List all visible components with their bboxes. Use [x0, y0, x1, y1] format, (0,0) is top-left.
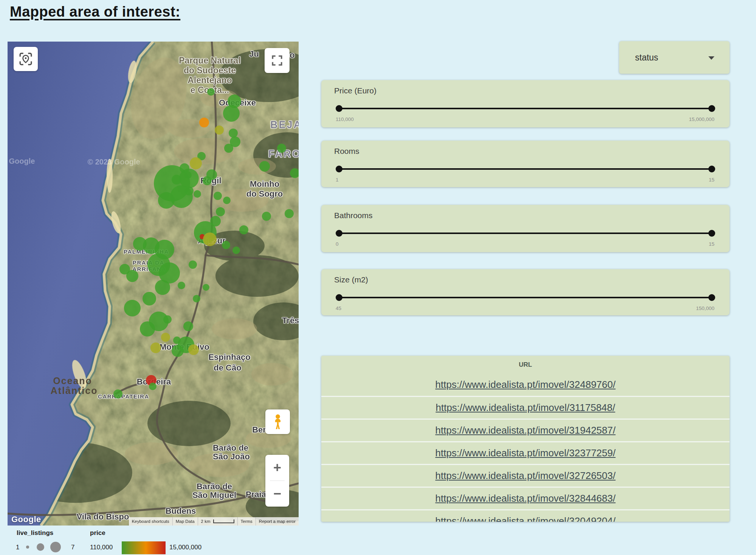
slider-range-labels: 45150,000 [336, 305, 714, 311]
filter-label: Bathrooms [334, 211, 373, 220]
listing-dot[interactable] [215, 126, 224, 135]
listing-dot[interactable] [140, 321, 155, 336]
attribution-item[interactable]: Terms [237, 517, 256, 526]
zoom-in-button[interactable]: + [265, 455, 289, 481]
slider-min-label: 45 [336, 305, 341, 311]
table-row: https://www.idealista.pt/imovel/31942587… [321, 419, 730, 441]
legend-price-min: 110,000 [90, 544, 113, 551]
slider-max-label: 15,000,000 [689, 116, 714, 122]
filter-label: Size (m2) [334, 275, 368, 284]
pegman-button[interactable] [265, 409, 290, 434]
listing-dot[interactable] [210, 216, 221, 226]
zoom-out-button[interactable]: − [265, 481, 289, 507]
listing-dot[interactable] [232, 246, 240, 254]
google-logo[interactable]: Google [11, 515, 41, 524]
locate-icon [19, 52, 33, 66]
table-row: https://www.idealista.pt/imovel/32726503… [321, 464, 730, 487]
slider-track [339, 233, 712, 234]
listing-dot[interactable] [277, 144, 286, 153]
locate-button[interactable] [14, 47, 38, 71]
listing-link[interactable]: https://www.idealista.pt/imovel/32844683… [435, 493, 616, 504]
attribution-item[interactable]: Keyboard shortcuts [129, 517, 172, 526]
listing-dot[interactable] [229, 129, 238, 138]
listing-dot[interactable] [216, 207, 225, 216]
table-row: https://www.idealista.pt/imovel/32844683… [321, 487, 730, 509]
caret-down-icon [708, 56, 714, 60]
listing-dot[interactable] [199, 118, 209, 127]
status-dropdown[interactable]: status [619, 41, 730, 74]
range-slider[interactable] [339, 105, 712, 112]
url-table: URL https://www.idealista.pt/imovel/3248… [321, 356, 730, 522]
listing-dot[interactable] [149, 383, 156, 390]
listing-dot[interactable] [183, 321, 193, 331]
slider-handle-max[interactable] [708, 166, 715, 172]
listing-dot[interactable] [158, 192, 175, 209]
slider-range-labels: 110,00015,000,000 [336, 116, 714, 122]
listing-dot[interactable] [259, 161, 270, 172]
listing-dot[interactable] [203, 284, 209, 291]
table-row: https://www.idealista.pt/imovel/32489760… [321, 373, 730, 396]
listing-dot[interactable] [124, 300, 141, 316]
listing-dot[interactable] [224, 144, 233, 153]
listing-dot[interactable] [262, 212, 271, 221]
listing-dot[interactable] [189, 260, 197, 269]
table-row: https://www.idealista.pt/imovel/31175848… [321, 396, 730, 419]
listing-dot[interactable] [178, 282, 185, 289]
range-slider[interactable] [339, 294, 712, 301]
size-dot-small [26, 546, 29, 549]
filter-panel-bathrooms: Bathrooms015 [321, 205, 730, 252]
listing-dot[interactable] [155, 280, 170, 295]
listing-dot[interactable] [223, 197, 231, 204]
listing-dot[interactable] [207, 88, 215, 96]
listing-dot[interactable] [214, 192, 222, 200]
satellite-map[interactable]: Parque Naturaldo SudoesteAlentejanoe Cos… [8, 42, 299, 526]
legend-size-min: 1 [16, 544, 19, 551]
listing-dot[interactable] [150, 343, 161, 353]
listing-dot[interactable] [239, 225, 248, 234]
attribution-item: 2 km [198, 517, 237, 526]
attribution-item[interactable]: Report a map error [256, 517, 299, 526]
listing-link[interactable]: https://www.idealista.pt/imovel/32377259… [435, 447, 616, 459]
slider-handle-max[interactable] [708, 294, 715, 301]
slider-handle-min[interactable] [336, 230, 342, 237]
slider-max-label: 15 [709, 241, 714, 247]
fullscreen-button[interactable] [265, 48, 290, 73]
listing-link[interactable]: https://www.idealista.pt/imovel/31942587… [435, 425, 616, 436]
listing-dot[interactable] [172, 345, 184, 357]
filter-panel-size: Size (m2)45150,000 [321, 269, 730, 315]
listing-link[interactable]: https://www.idealista.pt/imovel/32489760… [435, 379, 616, 391]
listing-dot[interactable] [290, 168, 299, 178]
legend-price-max: 15,000,000 [169, 544, 201, 551]
listing-dot[interactable] [203, 233, 217, 246]
slider-handle-min[interactable] [336, 105, 342, 112]
listing-dot[interactable] [222, 241, 230, 249]
listing-link[interactable]: https://www.idealista.pt/imovel/32049204… [435, 515, 616, 522]
slider-handle-max[interactable] [708, 105, 715, 112]
listing-dot[interactable] [161, 333, 170, 342]
listing-dot[interactable] [163, 315, 172, 324]
listing-link[interactable]: https://www.idealista.pt/imovel/31175848… [435, 402, 615, 414]
listing-dot[interactable] [143, 292, 156, 305]
listing-dot[interactable] [188, 344, 199, 355]
slider-min-label: 0 [336, 241, 339, 247]
listing-dot[interactable] [193, 295, 200, 302]
listing-link[interactable]: https://www.idealista.pt/imovel/32726503… [435, 470, 616, 482]
map-attribution-bar: Keyboard shortcutsMap Data2 kmTermsRepor… [129, 517, 299, 526]
listing-dot[interactable] [223, 105, 240, 122]
listing-dot[interactable] [203, 176, 212, 185]
listing-dot[interactable] [194, 190, 201, 198]
slider-max-label: 15 [709, 177, 714, 183]
range-slider[interactable] [339, 230, 712, 237]
legend-price-title: price [90, 529, 105, 537]
slider-handle-min[interactable] [336, 294, 342, 301]
listing-dot[interactable] [113, 389, 122, 398]
size-dot-large [50, 542, 61, 552]
slider-handle-min[interactable] [336, 166, 342, 172]
attribution-item[interactable]: Map Data [172, 517, 198, 526]
listing-dot[interactable] [285, 209, 294, 218]
range-slider[interactable] [339, 166, 712, 172]
listing-dot[interactable] [190, 157, 202, 169]
slider-handle-max[interactable] [708, 230, 715, 237]
fullscreen-icon [271, 54, 283, 67]
listing-dot[interactable] [119, 264, 130, 274]
